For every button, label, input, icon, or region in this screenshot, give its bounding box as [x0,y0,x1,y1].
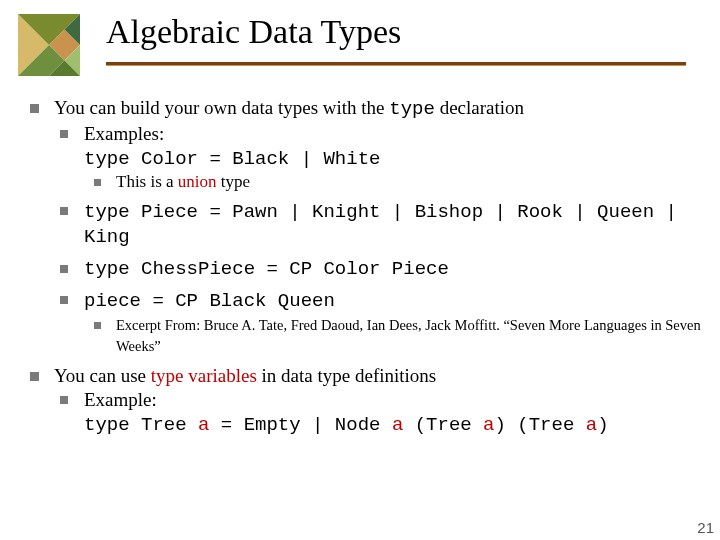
examples-label: Examples: [84,123,164,144]
bullet-l2: piece = CP Black Queen Excerpt From: Bru… [54,288,706,356]
code-line: type Color = Black | White [84,148,380,170]
text: You can build your own data types with t… [54,97,389,118]
highlight-text: type variables [151,365,257,386]
code-frag: = Empty | Node [209,414,391,436]
citation-text: Excerpt From: Bruce A. Tate, Fred Daoud,… [116,317,701,354]
code-line: piece = CP Black Queen [84,290,335,312]
text: This is a [116,172,178,191]
bullet-l1: You can build your own data types with t… [28,96,706,356]
code-frag: (Tree [403,414,483,436]
bullet-l2: Examples: type Color = Black | White Thi… [54,122,706,193]
tangram-logo-icon [18,14,80,76]
highlight-text: union [178,172,217,191]
text: declaration [435,97,524,118]
text: type [217,172,251,191]
type-var: a [483,414,494,436]
example-label: Example: [84,389,157,410]
type-var: a [392,414,403,436]
slide: Algebraic Data Types You can build your … [0,0,720,540]
code-line: type Piece = Pawn | Knight | Bishop | Ro… [84,201,677,249]
type-var: a [198,414,209,436]
bullet-l1: You can use type variables in data type … [28,364,706,437]
text: You can use [54,365,151,386]
slide-body: You can build your own data types with t… [28,96,706,443]
type-var: a [586,414,597,436]
code-frag: ) (Tree [495,414,586,436]
title-underline [106,62,686,66]
bullet-l3: This is a union type [84,171,706,192]
text: in data type definitions [257,365,436,386]
code-line: type Tree a = Empty | Node a (Tree a) (T… [84,414,609,436]
code-line: type ChessPiece = CP Color Piece [84,258,449,280]
bullet-l2: Example: type Tree a = Empty | Node a (T… [54,388,706,438]
page-number: 21 [697,519,714,536]
code-frag: ) [597,414,608,436]
bullet-l2: type Piece = Pawn | Knight | Bishop | Ro… [54,199,706,251]
bullet-l3: Excerpt From: Bruce A. Tate, Fred Daoud,… [84,314,706,357]
code-inline: type [389,98,435,120]
code-frag: type Tree [84,414,198,436]
slide-title: Algebraic Data Types [106,14,401,50]
bullet-l2: type ChessPiece = CP Color Piece [54,256,706,282]
